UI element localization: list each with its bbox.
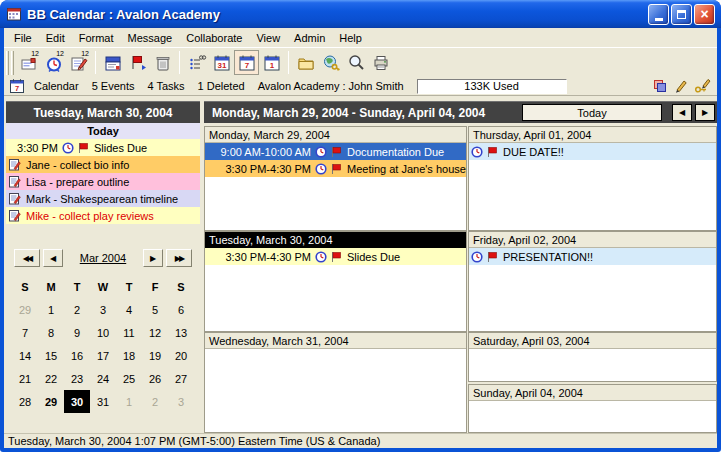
menu-file[interactable]: File [7, 30, 39, 46]
menu-edit[interactable]: Edit [39, 30, 72, 46]
mini-calendar-day[interactable]: 18 [116, 344, 142, 367]
menu-format[interactable]: Format [72, 30, 121, 46]
mini-calendar-day[interactable]: 28 [12, 390, 38, 413]
svg-text:7: 7 [244, 61, 249, 70]
mini-calendar-day[interactable]: 1 [38, 298, 64, 321]
task-row[interactable]: Mark - Shakespearean timeline [6, 190, 200, 207]
clock-icon [471, 251, 483, 263]
task-row[interactable]: Mike - collect play reviews [6, 207, 200, 224]
menu-admin[interactable]: Admin [287, 30, 332, 46]
day-header[interactable]: Saturday, April 03, 2004 [469, 333, 716, 349]
mini-calendar-day[interactable]: 26 [142, 367, 168, 390]
mini-calendar-day[interactable]: 8 [38, 321, 64, 344]
minimize-button[interactable] [648, 4, 669, 25]
new-badge: 12 [81, 50, 89, 58]
mini-calendar-day[interactable]: 29 [38, 390, 64, 413]
mini-calendar-day[interactable]: 19 [142, 344, 168, 367]
day-header[interactable]: Wednesday, March 31, 2004 [205, 333, 466, 349]
mini-calendar-day[interactable]: 14 [12, 344, 38, 367]
mini-calendar-day[interactable]: 13 [168, 321, 194, 344]
mini-calendar-day[interactable]: 31 [90, 390, 116, 413]
sign-key-icon[interactable] [694, 78, 712, 94]
mini-calendar-day[interactable]: 21 [12, 367, 38, 390]
mini-calendar-day[interactable]: 15 [38, 344, 64, 367]
day-header[interactable]: Tuesday, March 30, 2004 [205, 232, 466, 248]
mini-calendar-day[interactable]: 16 [64, 344, 90, 367]
task-list-button[interactable] [184, 50, 209, 75]
day-monday: Monday, March 29, 2004 9:00 AM-10:00 AMD… [204, 126, 467, 231]
search-button[interactable] [343, 50, 368, 75]
day-header[interactable]: Friday, April 02, 2004 [469, 232, 716, 248]
event-row[interactable]: 3:30 PM-4:30 PMMeeting at Jane's house [205, 160, 466, 177]
new-message-button[interactable]: 12 [16, 50, 41, 75]
event-row[interactable]: DUE DATE!! [469, 143, 716, 160]
info-bar: 7 Calendar 5 Events 4 Tasks 1 Deleted Av… [4, 77, 717, 96]
menu-collaborate[interactable]: Collaborate [179, 30, 249, 46]
menu-view[interactable]: View [249, 30, 287, 46]
mini-calendar-day[interactable]: 7 [12, 321, 38, 344]
mini-calendar-day[interactable]: 2 [142, 390, 168, 413]
day-header[interactable]: Thursday, April 01, 2004 [469, 127, 716, 143]
storage-used: 133K Used [417, 79, 567, 94]
mini-calendar-day[interactable]: 20 [168, 344, 194, 367]
web-access-button[interactable] [318, 50, 343, 75]
status-text: Tuesday, March 30, 2004 1:07 PM (GMT-5:0… [8, 435, 380, 447]
mini-calendar-day[interactable]: 3 [168, 390, 194, 413]
mini-calendar-day[interactable]: 12 [142, 321, 168, 344]
prev-month-button[interactable]: ◀ [43, 249, 63, 267]
mini-calendar-day[interactable]: 27 [168, 367, 194, 390]
event-row[interactable]: 9:00 AM-10:00 AMDocumentation Due [205, 143, 466, 160]
event-row[interactable]: 3:30 PMSlides Due [6, 139, 200, 156]
print-button[interactable] [368, 50, 393, 75]
new-alarm-button[interactable]: 12 [41, 50, 66, 75]
copy-notes-icon[interactable] [652, 78, 668, 94]
mini-calendar-day[interactable]: 3 [90, 298, 116, 321]
day-sunday: Sunday, April 04, 2004 [468, 384, 717, 433]
search-icon [346, 53, 366, 73]
status-bar: Tuesday, March 30, 2004 1:07 PM (GMT-5:0… [4, 433, 717, 448]
next-month-button[interactable]: ▶ [143, 249, 163, 267]
day-header[interactable]: Sunday, April 04, 2004 [469, 385, 716, 401]
mini-calendar-day[interactable]: 23 [64, 367, 90, 390]
next-year-button[interactable]: ▶▶ [166, 249, 192, 267]
close-button[interactable]: × [694, 4, 715, 25]
day-header[interactable]: Monday, March 29, 2004 [205, 127, 466, 143]
event-label: Lisa - prepare outline [24, 176, 129, 188]
new-task-button[interactable]: 12 [66, 50, 91, 75]
mini-calendar-day[interactable]: 25 [116, 367, 142, 390]
menu-help[interactable]: Help [332, 30, 369, 46]
mini-calendar-day[interactable]: 1 [116, 390, 142, 413]
event-row[interactable]: 3:30 PM-4:30 PMSlides Due [205, 248, 466, 265]
task-row[interactable]: Jane - collect bio info [6, 156, 200, 173]
mini-calendar-day[interactable]: 5 [142, 298, 168, 321]
mini-calendar-day[interactable]: 6 [168, 298, 194, 321]
edit-pencil-icon[interactable] [673, 78, 689, 94]
mini-calendar-day[interactable]: 4 [116, 298, 142, 321]
event-row[interactable]: PRESENTATION!! [469, 248, 716, 265]
mini-calendar-day[interactable]: 2 [64, 298, 90, 321]
mini-calendar-day[interactable]: 30 [64, 390, 90, 413]
menu-message[interactable]: Message [121, 30, 180, 46]
folder-list-button[interactable] [293, 50, 318, 75]
mini-calendar-month[interactable]: Mar 2004 [63, 252, 143, 264]
mini-calendar-day[interactable]: 11 [116, 321, 142, 344]
task-list-icon [187, 53, 207, 73]
globe-key-icon [321, 53, 341, 73]
mini-calendar-day[interactable]: 24 [90, 367, 116, 390]
day-thursday: Thursday, April 01, 2004 DUE DATE!! [468, 126, 717, 231]
task-row[interactable]: Lisa - prepare outline [6, 173, 200, 190]
mini-calendar-day[interactable]: 17 [90, 344, 116, 367]
flag-message-button[interactable] [125, 50, 150, 75]
open-message-button[interactable] [100, 50, 125, 75]
week-view-button[interactable]: 7 [234, 50, 259, 75]
month-view-button[interactable]: 31 [209, 50, 234, 75]
prev-year-button[interactable]: ◀◀ [14, 249, 40, 267]
mini-calendar-day[interactable]: 9 [64, 321, 90, 344]
mini-calendar-day[interactable]: 29 [12, 298, 38, 321]
maximize-button[interactable] [671, 4, 692, 25]
mini-calendar-day[interactable]: 22 [38, 367, 64, 390]
day-view-button[interactable]: 1 [259, 50, 284, 75]
delete-button[interactable] [150, 50, 175, 75]
mini-calendar-day[interactable]: 10 [90, 321, 116, 344]
today-bar[interactable]: Today [6, 123, 200, 139]
